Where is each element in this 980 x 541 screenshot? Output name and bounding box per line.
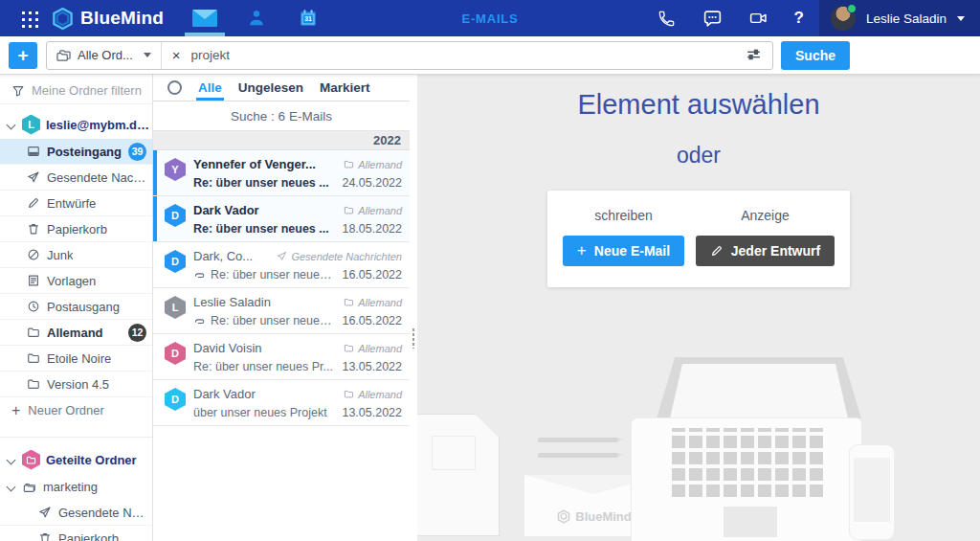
compose-button[interactable]: +	[9, 42, 37, 69]
sidebar-item-gesendete[interactable]: Gesendete Nachri...	[0, 165, 152, 191]
svg-text:31: 31	[304, 15, 312, 22]
shared-folder-icon	[23, 481, 36, 494]
email-row[interactable]: D Dark Vador Allemand Re: über unser neu…	[153, 196, 410, 242]
folder-icon	[344, 159, 354, 169]
attachment-icon	[193, 269, 206, 282]
search-toolbar: + Alle Ord... × Suche	[0, 36, 980, 75]
account-avatar: L	[22, 115, 40, 135]
email-date: 18.05.2022	[342, 222, 402, 236]
attachment-icon	[193, 315, 206, 327]
sidebar-item-shared-papierkorb[interactable]: Papierkorb	[0, 526, 152, 541]
content-area: Meine Ordner filtern L leslie@mybm.de...…	[0, 75, 980, 541]
folder-icon	[27, 326, 40, 339]
plus-icon: +	[11, 403, 20, 418]
sidebar-item-allemand[interactable]: Allemand 12	[0, 320, 152, 346]
sidebar-item-postausgang[interactable]: Postausgang	[0, 294, 152, 320]
email-row[interactable]: D David Voisin Allemand Re: über unser n…	[153, 334, 410, 380]
laptop-screen-illustration	[657, 357, 861, 418]
user-avatar	[831, 6, 856, 31]
contacts-icon	[246, 8, 267, 29]
search-button[interactable]: Suche	[781, 41, 850, 70]
sidebar-item-vorlagen[interactable]: Vorlagen	[0, 268, 152, 294]
email-subject: Re: über unser neues Pr...	[211, 314, 337, 327]
sidebar-item-shared-gesendete[interactable]: Gesendete Nac...	[0, 500, 152, 526]
tab-mail[interactable]	[183, 0, 227, 36]
sender-avatar: D	[165, 388, 186, 411]
chevron-down-icon	[957, 16, 965, 21]
bluemind-webmail: BlueMind 31	[0, 0, 980, 541]
tab-calendar[interactable]: 31	[286, 0, 330, 36]
tab-contacts[interactable]	[234, 0, 278, 36]
email-date: 16.05.2022	[342, 268, 402, 282]
touchpad-illustration	[724, 507, 777, 537]
template-icon	[27, 274, 40, 287]
email-date: 13.05.2022	[342, 406, 402, 419]
search-input[interactable]	[191, 48, 735, 62]
calendar-icon: 31	[298, 8, 319, 29]
unread-count-badge: 39	[128, 143, 146, 161]
new-folder-button[interactable]: + Neuer Ordner	[0, 397, 152, 423]
sender-avatar: D	[165, 250, 186, 273]
pencil-icon	[710, 244, 724, 258]
help-icon[interactable]: ?	[794, 9, 804, 28]
email-subject: Re: über unser neues Pr...	[193, 360, 337, 373]
pencil-illustration	[538, 453, 618, 458]
panel-resize-handle[interactable]	[412, 327, 415, 349]
any-draft-button[interactable]: Jeder Entwurf	[696, 236, 835, 266]
top-navbar: BlueMind 31	[0, 0, 980, 36]
paper-plane-icon	[27, 170, 40, 184]
email-date: 24.05.2022	[342, 176, 402, 190]
panel-resize-gutter[interactable]	[410, 75, 417, 541]
plus-icon: +	[577, 244, 587, 258]
mail-icon	[192, 10, 217, 27]
bluemind-hexagon-icon	[557, 509, 570, 524]
folder-tag: Allemand	[344, 205, 402, 216]
folder-icon	[344, 389, 354, 399]
email-row[interactable]: Y Yennefer of Venger... Allemand Re: übe…	[153, 150, 410, 196]
sidebar-item-posteingang[interactable]: Posteingang 39	[0, 139, 152, 165]
video-call-icon[interactable]	[748, 9, 768, 29]
inbox-icon	[27, 145, 40, 158]
search-box: Alle Ord... ×	[46, 41, 773, 70]
block-icon	[27, 248, 40, 261]
folder-filter-placeholder: Meine Ordner filtern	[32, 83, 142, 98]
select-all-checkbox[interactable]	[167, 80, 182, 95]
app-launcher-icon[interactable]	[19, 9, 38, 28]
account-root[interactable]: L leslie@mybm.de...	[0, 110, 152, 139]
chat-icon[interactable]	[702, 9, 723, 29]
sender-name: David Voisin	[193, 341, 262, 355]
trash-icon	[27, 222, 40, 236]
tab-markiert[interactable]: Markiert	[320, 75, 370, 101]
search-folder-dropdown[interactable]: Alle Ord...	[47, 42, 162, 69]
phone-icon[interactable]	[657, 9, 677, 29]
user-menu[interactable]: Leslie Saladin	[819, 0, 980, 36]
tab-alle[interactable]: Alle	[198, 75, 222, 101]
folder-icon	[344, 205, 354, 215]
folder-tag: Allemand	[344, 343, 402, 354]
email-row[interactable]: D Dark, Co... Gesendete Nachrichten Re: …	[153, 242, 410, 288]
folder-icon	[344, 343, 354, 353]
clear-search-button[interactable]: ×	[162, 47, 191, 63]
new-email-button[interactable]: + Neue E-Mail	[563, 236, 684, 266]
sidebar-item-marketing[interactable]: marketing	[0, 474, 152, 500]
desk-illustration: BlueMind	[417, 340, 980, 541]
list-filter-tabs: Alle Ungelesen Markiert	[153, 75, 410, 101]
sender-avatar: D	[165, 204, 186, 227]
sidebar-item-version-45[interactable]: Version 4.5	[0, 372, 152, 397]
email-subject: Re: über unser neues ...	[193, 176, 337, 190]
bluemind-logo[interactable]: BlueMind	[52, 7, 164, 31]
tab-ungelesen[interactable]: Ungelesen	[238, 75, 303, 101]
shared-folders-root[interactable]: Geteilte Ordner	[0, 445, 152, 474]
sender-name: Dark, Co...	[193, 249, 253, 263]
advanced-search-icon[interactable]	[735, 47, 772, 63]
folder-filter-input[interactable]: Meine Ordner filtern	[0, 78, 152, 104]
sidebar-item-etoile-noire[interactable]: Etoile Noire	[0, 346, 152, 372]
email-row[interactable]: D Dark Vador Allemand über unser neues P…	[153, 380, 410, 426]
sidebar-item-papierkorb[interactable]: Papierkorb	[0, 216, 152, 242]
sender-avatar: L	[165, 296, 186, 319]
folder-tag: Allemand	[344, 297, 402, 308]
sidebar-item-junk[interactable]: Junk	[0, 242, 152, 268]
sender-name: Dark Vador	[193, 387, 256, 401]
sidebar-item-entwuerfe[interactable]: Entwürfe	[0, 191, 152, 216]
email-row[interactable]: L Leslie Saladin Allemand Re: über unser…	[153, 288, 410, 334]
